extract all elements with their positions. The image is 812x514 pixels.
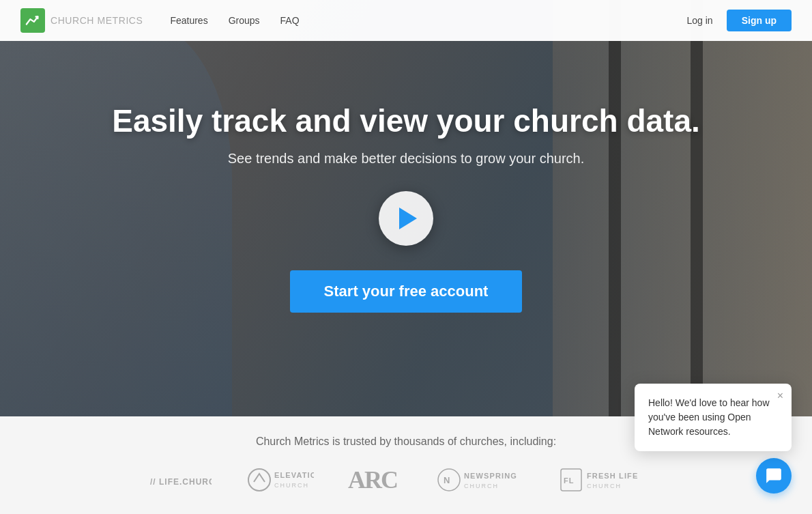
nav-features[interactable]: Features bbox=[170, 15, 207, 26]
chat-avatar-button[interactable] bbox=[756, 458, 792, 494]
nav-right: Log in Sign up bbox=[687, 10, 792, 31]
play-button[interactable] bbox=[379, 191, 433, 246]
chat-popup: × Hello! We'd love to hear how you've be… bbox=[635, 384, 792, 451]
hero-section: Easily track and view your church data. … bbox=[0, 0, 812, 416]
svg-text:CHURCH: CHURCH bbox=[587, 483, 622, 489]
svg-text:arc: arc bbox=[348, 466, 397, 494]
chat-widget: × Hello! We'd love to hear how you've be… bbox=[635, 384, 792, 494]
brand-name: CHURCH METRICS bbox=[50, 15, 143, 26]
svg-text:Elevation: Elevation bbox=[274, 471, 314, 479]
play-icon bbox=[399, 208, 417, 229]
chat-popup-text: Hello! We'd love to hear how you've been… bbox=[648, 396, 778, 439]
navbar: CHURCH METRICS Features Groups FAQ Log i… bbox=[0, 0, 812, 41]
svg-text:FRESH LIFE: FRESH LIFE bbox=[587, 472, 638, 480]
nav-groups[interactable]: Groups bbox=[229, 15, 260, 26]
cta-button[interactable]: Start your free account bbox=[290, 270, 523, 313]
nav-faq[interactable]: FAQ bbox=[280, 15, 300, 26]
login-link[interactable]: Log in bbox=[687, 15, 713, 26]
svg-point-1 bbox=[248, 469, 270, 491]
signup-button[interactable]: Sign up bbox=[727, 10, 792, 31]
hero-subtitle: See trends and make better decisions to … bbox=[112, 151, 700, 167]
svg-text:// LIFE.CHURCH: // LIFE.CHURCH bbox=[150, 477, 212, 487]
trust-logo-lifechurch: // LIFE.CHURCH bbox=[150, 470, 212, 490]
svg-text:CHURCH: CHURCH bbox=[274, 482, 309, 489]
nav-links: Features Groups FAQ bbox=[170, 15, 686, 26]
svg-text:NEWSPRING: NEWSPRING bbox=[464, 472, 517, 480]
svg-text:CHURCH: CHURCH bbox=[464, 483, 499, 489]
svg-text:FL: FL bbox=[564, 476, 575, 485]
trust-logo-arc: arc bbox=[348, 466, 403, 494]
trust-logo-newspring: N NEWSPRING CHURCH bbox=[437, 466, 525, 494]
logo-icon bbox=[20, 8, 45, 33]
chat-close-button[interactable]: × bbox=[777, 390, 783, 401]
logo-link[interactable]: CHURCH METRICS bbox=[20, 8, 143, 33]
hero-title: Easily track and view your church data. bbox=[112, 104, 700, 139]
hero-content: Easily track and view your church data. … bbox=[98, 104, 714, 313]
svg-text:N: N bbox=[444, 475, 451, 485]
trust-logo-elevation: Elevation CHURCH bbox=[246, 463, 314, 497]
